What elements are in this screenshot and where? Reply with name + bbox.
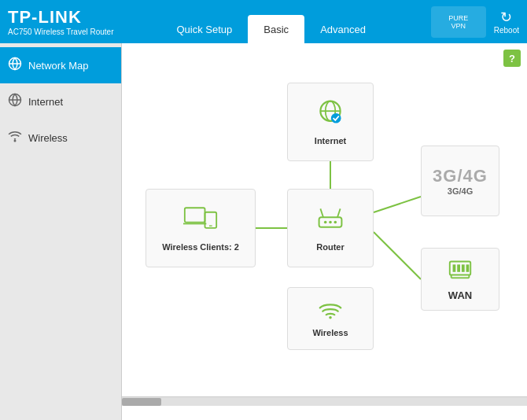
svg-line-8: [374, 232, 421, 279]
premium-logo: PUREVPN: [431, 6, 486, 38]
wireless-label: Wireless: [312, 328, 348, 337]
scrollbar-thumb[interactable]: [122, 398, 161, 406]
help-button[interactable]: ?: [503, 50, 521, 67]
reboot-button[interactable]: ↻ Reboot: [494, 9, 519, 35]
sidebar-label-internet: Internet: [28, 96, 63, 108]
svg-point-4: [14, 140, 16, 142]
internet-globe-icon: [316, 98, 345, 133]
svg-line-7: [374, 197, 421, 212]
logo-subtitle: AC750 Wireless Travel Router: [8, 28, 114, 36]
tab-advanced[interactable]: Advanced: [304, 15, 381, 43]
ethernet-icon: [447, 257, 474, 286]
3g4g-node[interactable]: 3G/4G 3G/4G: [421, 146, 499, 216]
wireless-icon: [8, 129, 22, 146]
svg-rect-28: [466, 264, 470, 271]
internet-icon: [8, 93, 22, 110]
reboot-icon: ↻: [500, 9, 512, 26]
clients-label: Wireless Clients: 2: [162, 242, 239, 252]
wireless-clients-node[interactable]: Wireless Clients: 2: [146, 189, 256, 267]
main-layout: Network Map Internet Wirele: [0, 43, 527, 420]
sidebar-item-network-map[interactable]: Network Map: [0, 47, 121, 83]
clients-icon: [183, 204, 218, 239]
content-area: ?: [122, 43, 527, 420]
network-map-diagram: Internet: [122, 43, 527, 396]
internet-node[interactable]: Internet: [287, 83, 374, 161]
logo-area: TP-LINK AC750 Wireless Travel Router: [8, 7, 114, 36]
tab-basic[interactable]: Basic: [248, 15, 304, 43]
reboot-label: Reboot: [494, 26, 519, 35]
wireless-signal-icon: [319, 300, 342, 325]
header: TP-LINK AC750 Wireless Travel Router Qui…: [0, 0, 527, 43]
sidebar-item-wireless[interactable]: Wireless: [0, 120, 121, 156]
svg-point-16: [324, 221, 327, 224]
sidebar-label-network-map: Network Map: [28, 60, 89, 72]
svg-rect-26: [457, 264, 460, 271]
router-icon: [316, 204, 345, 239]
wan-node[interactable]: WAN: [421, 248, 499, 311]
svg-rect-25: [453, 264, 456, 271]
svg-point-18: [334, 221, 337, 224]
tab-quick-setup[interactable]: Quick Setup: [161, 15, 249, 43]
3g4g-top-label: 3G/4G: [433, 166, 488, 186]
svg-point-12: [331, 113, 341, 123]
horizontal-scrollbar[interactable]: [122, 396, 527, 406]
svg-line-15: [337, 208, 341, 217]
sidebar-label-wireless: Wireless: [28, 132, 68, 144]
sidebar: Network Map Internet Wirele: [0, 43, 122, 420]
svg-line-14: [320, 208, 323, 217]
header-right: PUREVPN ↻ Reboot: [431, 6, 519, 38]
wireless-node[interactable]: Wireless: [287, 287, 374, 350]
svg-rect-19: [185, 208, 205, 222]
nav-tabs: Quick Setup Basic Advanced: [161, 0, 381, 43]
internet-label: Internet: [315, 136, 346, 146]
svg-point-23: [329, 316, 332, 319]
svg-rect-27: [462, 264, 465, 271]
router-node[interactable]: Router: [287, 189, 374, 267]
network-map-icon: [8, 57, 22, 74]
3g4g-label: 3G/4G: [448, 186, 473, 196]
router-label: Router: [316, 242, 344, 252]
wan-label: WAN: [448, 289, 472, 301]
sidebar-item-internet[interactable]: Internet: [0, 83, 121, 120]
logo-text: TP-LINK: [8, 7, 114, 28]
svg-point-17: [329, 221, 332, 224]
